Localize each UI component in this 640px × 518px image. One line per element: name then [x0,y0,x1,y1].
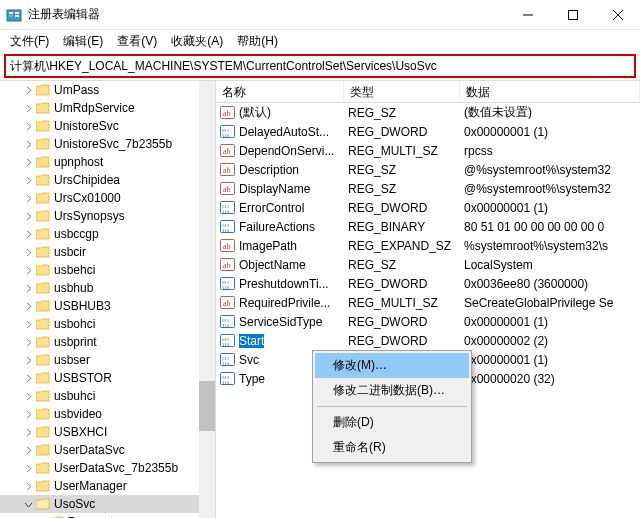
folder-icon [36,282,50,294]
tree-item[interactable]: usbhub [0,279,215,297]
tree-item[interactable]: usbehci [0,261,215,279]
main-panel: UmPassUmRdpServiceUnistoreSvcUnistoreSvc… [0,80,640,518]
binary-value-icon: 011110 [220,219,235,234]
column-header-data[interactable]: 数据 [460,81,640,102]
tree-item[interactable]: usbuhci [0,387,215,405]
expand-icon[interactable] [22,336,34,348]
context-rename[interactable]: 重命名(R) [315,435,469,460]
expand-icon[interactable] [22,264,34,276]
tree-item[interactable]: UrsSynopsys [0,207,215,225]
expand-icon[interactable] [22,318,34,330]
expand-icon[interactable] [22,156,34,168]
tree-item[interactable]: USBXHCI [0,423,215,441]
list-pane[interactable]: 名称 类型 数据 ab(默认)REG_SZ(数值未设置)011110Delaye… [216,81,640,518]
collapse-icon[interactable] [22,498,34,510]
menu-edit[interactable]: 编辑(E) [57,31,109,52]
column-header-type[interactable]: 类型 [344,81,460,102]
expand-icon[interactable] [22,426,34,438]
expand-icon[interactable] [22,444,34,456]
menu-file[interactable]: 文件(F) [4,31,55,52]
expand-icon[interactable] [22,282,34,294]
list-row[interactable]: abDependOnServi...REG_MULTI_SZrpcss [216,141,640,160]
tree-item[interactable]: UmPass [0,81,215,99]
tree-item[interactable]: UmRdpService [0,99,215,117]
list-row[interactable]: 011110ServiceSidTypeREG_DWORD0x00000001 … [216,312,640,331]
context-modify[interactable]: 修改(M)… [315,353,469,378]
tree-item[interactable]: UnistoreSvc_7b2355b [0,135,215,153]
expand-icon[interactable] [22,138,34,150]
list-row[interactable]: 011110StartREG_DWORD0x00000002 (2) [216,331,640,350]
svg-text:110: 110 [222,285,230,290]
expand-icon[interactable] [22,210,34,222]
value-name: ErrorControl [239,201,304,215]
tree-item-label: usbehci [54,263,95,277]
list-row[interactable]: 011110PreshutdownTi...REG_DWORD0x0036ee8… [216,274,640,293]
expand-icon[interactable] [22,174,34,186]
tree-scrollbar[interactable] [199,81,215,518]
expand-icon[interactable] [22,246,34,258]
tree-item[interactable]: upnphost [0,153,215,171]
tree-item[interactable]: usbser [0,351,215,369]
context-delete[interactable]: 删除(D) [315,410,469,435]
tree-item[interactable]: usbccgp [0,225,215,243]
svg-text:110: 110 [222,342,230,347]
tree-item[interactable]: usbcir [0,243,215,261]
tree-item[interactable]: Parameters [0,513,215,518]
list-row[interactable]: 011110ErrorControlREG_DWORD0x00000001 (1… [216,198,640,217]
tree-scrollbar-thumb[interactable] [199,381,215,431]
folder-icon [36,156,50,168]
menu-help[interactable]: 帮助(H) [231,31,284,52]
column-header-name[interactable]: 名称 [216,81,344,102]
expand-icon[interactable] [22,372,34,384]
close-button[interactable] [595,0,640,30]
folder-icon [36,426,50,438]
tree-item[interactable]: usbohci [0,315,215,333]
expand-icon[interactable] [22,102,34,114]
tree-pane[interactable]: UmPassUmRdpServiceUnistoreSvcUnistoreSvc… [0,81,216,518]
expand-icon[interactable] [22,480,34,492]
tree-item[interactable]: UrsChipidea [0,171,215,189]
maximize-button[interactable] [550,0,595,30]
tree-item[interactable]: usbprint [0,333,215,351]
list-row[interactable]: abRequiredPrivile...REG_MULTI_SZSeCreate… [216,293,640,312]
expand-icon[interactable] [22,300,34,312]
list-row[interactable]: abImagePathREG_EXPAND_SZ%systemroot%\sys… [216,236,640,255]
context-modify-binary[interactable]: 修改二进制数据(B)… [315,378,469,403]
value-data: LocalSystem [460,257,640,273]
list-row[interactable]: abDisplayNameREG_SZ@%systemroot%\system3… [216,179,640,198]
tree-item[interactable]: UsoSvc [0,495,215,513]
tree-item[interactable]: UnistoreSvc [0,117,215,135]
list-row[interactable]: 011110FailureActionsREG_BINARY80 51 01 0… [216,217,640,236]
tree-item[interactable]: UserManager [0,477,215,495]
expand-icon[interactable] [22,228,34,240]
folder-icon [36,408,50,420]
folder-icon [36,192,50,204]
list-row[interactable]: 011110DelayedAutoSt...REG_DWORD0x0000000… [216,122,640,141]
menu-favorites[interactable]: 收藏夹(A) [165,31,229,52]
tree-item[interactable]: usbvideo [0,405,215,423]
svg-text:110: 110 [222,361,230,366]
tree-item[interactable]: USBHUB3 [0,297,215,315]
tree-item[interactable]: UserDataSvc_7b2355b [0,459,215,477]
list-row[interactable]: abObjectNameREG_SZLocalSystem [216,255,640,274]
list-row[interactable]: ab(默认)REG_SZ(数值未设置) [216,103,640,122]
value-name: (默认) [239,104,271,121]
expand-icon[interactable] [22,84,34,96]
tree-item[interactable]: USBSTOR [0,369,215,387]
list-row[interactable]: abDescriptionREG_SZ@%systemroot%\system3… [216,160,640,179]
tree-item[interactable]: UserDataSvc [0,441,215,459]
minimize-button[interactable] [505,0,550,30]
expand-icon[interactable] [22,120,34,132]
expand-icon[interactable] [22,354,34,366]
expand-icon[interactable] [22,390,34,402]
binary-value-icon: 011110 [220,200,235,215]
tree-item[interactable]: UrsCx01000 [0,189,215,207]
expand-icon[interactable] [22,192,34,204]
svg-text:110: 110 [222,209,230,214]
expand-icon[interactable] [22,408,34,420]
address-bar[interactable]: 计算机\HKEY_LOCAL_MACHINE\SYSTEM\CurrentCon… [4,54,636,78]
value-type: REG_DWORD [344,333,460,349]
folder-icon [36,138,50,150]
menu-view[interactable]: 查看(V) [111,31,163,52]
expand-icon[interactable] [22,462,34,474]
